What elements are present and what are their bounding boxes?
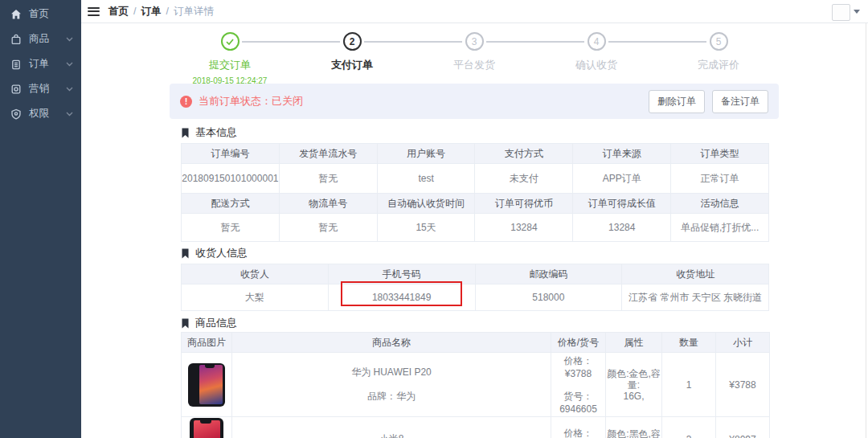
chevron-down-icon[interactable] <box>854 10 860 14</box>
column-header: 订单来源 <box>573 144 671 164</box>
table-cell: 正常订单 <box>671 164 769 194</box>
step-connector <box>608 41 706 43</box>
product-info-table: 商品图片 商品名称 价格/货号 属性 数量 小计 华为 HUAWEI P20 品… <box>181 332 770 438</box>
step-confirm-receipt: 4 确认收货 <box>535 32 657 85</box>
product-name-cell: 小米8 <box>232 417 551 438</box>
table-cell: 未支付 <box>475 164 573 194</box>
section-title-text: 收货人信息 <box>195 246 248 260</box>
product-attrs-cell: 颜色:黑色,容量: <box>606 417 662 438</box>
product-quantity-cell: 1 <box>662 353 716 417</box>
product-name: 小米8 <box>232 432 551 438</box>
column-header: 收货地址 <box>622 264 769 284</box>
permissions-icon <box>10 108 22 120</box>
table-row: 商品图片 商品名称 价格/货号 属性 数量 小计 <box>182 333 770 353</box>
step-number: 5 <box>710 32 728 51</box>
marketing-icon <box>10 84 22 95</box>
sidebar-item-orders[interactable]: 订单 <box>0 51 81 76</box>
section-title-basic-info: 基本信息 <box>181 125 237 140</box>
column-header: 数量 <box>662 333 716 353</box>
product-image <box>190 418 223 438</box>
step-connector <box>242 41 340 43</box>
column-header: 发货单流水号 <box>279 144 377 164</box>
receiver-address-cell: 江苏省 常州市 天宁区 东晓街道 <box>622 284 769 311</box>
product-name-cell: 华为 HUAWEI P20 品牌：华为 <box>232 353 551 417</box>
sidebar: 首页 商品 订单 营销 权限 <box>0 0 81 438</box>
step-submit-order: 提交订单 2018-09-15 12:24:27 <box>169 32 291 85</box>
section-title-receiver-info: 收货人信息 <box>181 246 248 260</box>
product-subtotal-cell: ¥8097 <box>716 417 770 438</box>
column-header: 商品图片 <box>182 333 232 353</box>
note-order-button[interactable]: 备注订单 <box>712 90 768 113</box>
table-cell: 单品促销,打折优... <box>671 214 769 242</box>
column-header: 用户账号 <box>377 144 475 164</box>
breadcrumb-separator: / <box>133 6 136 17</box>
table-cell <box>182 417 232 438</box>
step-connector <box>486 41 584 43</box>
receiver-postcode-cell: 518000 <box>475 284 622 311</box>
column-header: 邮政编码 <box>475 264 622 284</box>
column-header: 自动确认收货时间 <box>377 194 475 214</box>
table-row: 暂无 暂无 15天 13284 13284 单品促销,打折优... <box>182 214 769 242</box>
check-icon <box>221 32 240 51</box>
product-image <box>188 363 225 407</box>
breadcrumb-orders[interactable]: 订单 <box>141 5 161 18</box>
step-label: 平台发货 <box>413 58 535 72</box>
breadcrumb-separator: / <box>166 6 168 17</box>
breadcrumb-home[interactable]: 首页 <box>108 5 129 18</box>
column-header: 收货人 <box>182 264 329 284</box>
table-cell: 201809150101000001 <box>182 164 280 194</box>
menu-icon[interactable] <box>88 7 100 16</box>
sidebar-item-label: 权限 <box>29 107 66 121</box>
product-subtotal-cell: ¥3788 <box>716 353 770 417</box>
step-connector <box>364 41 462 43</box>
chevron-down-icon <box>66 62 73 67</box>
sidebar-item-label: 订单 <box>29 57 66 71</box>
table-cell: 13284 <box>475 214 573 242</box>
order-status-banner: ! 当前订单状态：已关闭 删除订单 备注订单 <box>170 84 779 119</box>
table-row: 大梨 18033441849 518000 江苏省 常州市 天宁区 东晓街道 <box>182 284 769 311</box>
exclamation-icon: ! <box>180 96 192 108</box>
product-sku: 货号：6946605 <box>551 390 605 415</box>
column-header: 小计 <box>716 333 770 353</box>
step-number: 3 <box>465 32 484 51</box>
home-icon <box>10 9 22 20</box>
top-bar: 首页 / 订单 / 订单详情 <box>81 0 868 23</box>
order-steps: 提交订单 2018-09-15 12:24:27 2 支付订单 3 平台发货 4… <box>169 32 780 85</box>
step-label: 提交订单 <box>169 58 291 72</box>
column-header: 属性 <box>606 333 662 353</box>
price-sku-cell: 价格：¥2699 <box>551 417 606 438</box>
table-cell: 15天 <box>377 214 475 242</box>
section-title-product-info: 商品信息 <box>181 316 237 330</box>
chevron-down-icon <box>66 37 73 42</box>
order-status-text: 当前订单状态：已关闭 <box>199 94 303 108</box>
step-number: 4 <box>588 32 606 51</box>
column-header: 价格/货号 <box>551 333 606 353</box>
avatar[interactable] <box>832 4 850 21</box>
table-row: 配送方式 物流单号 自动确认收货时间 订单可得优币 订单可得成长值 活动信息 <box>182 194 769 214</box>
sidebar-item-permissions[interactable]: 权限 <box>0 101 81 126</box>
delete-order-button[interactable]: 删除订单 <box>649 90 705 113</box>
table-row: 收货人 手机号码 邮政编码 收货地址 <box>182 264 769 284</box>
receiver-info-table: 收货人 手机号码 邮政编码 收货地址 大梨 18033441849 518000… <box>181 264 769 311</box>
sidebar-item-marketing[interactable]: 营销 <box>0 76 81 101</box>
table-cell <box>182 353 232 417</box>
column-header: 活动信息 <box>671 194 769 214</box>
breadcrumb-current: 订单详情 <box>174 5 214 18</box>
column-header: 订单编号 <box>182 144 280 164</box>
step-complete-review: 5 完成评价 <box>657 32 780 85</box>
goods-icon <box>10 34 22 45</box>
step-pay-order: 2 支付订单 <box>291 32 413 85</box>
step-label: 支付订单 <box>291 58 413 72</box>
table-cell: test <box>377 164 475 194</box>
breadcrumb: 首页 / 订单 / 订单详情 <box>108 5 214 18</box>
sidebar-item-goods[interactable]: 商品 <box>0 27 81 51</box>
step-label: 完成评价 <box>657 58 780 72</box>
sidebar-item-label: 首页 <box>29 7 73 21</box>
step-label: 确认收货 <box>535 58 657 72</box>
sidebar-item-home[interactable]: 首页 <box>0 2 81 27</box>
column-header: 订单类型 <box>671 144 769 164</box>
product-price: 价格：¥3788 <box>551 354 605 379</box>
receiver-name-cell: 大梨 <box>182 284 329 311</box>
scrollbar-track <box>866 23 866 438</box>
column-header: 物流单号 <box>279 194 377 214</box>
